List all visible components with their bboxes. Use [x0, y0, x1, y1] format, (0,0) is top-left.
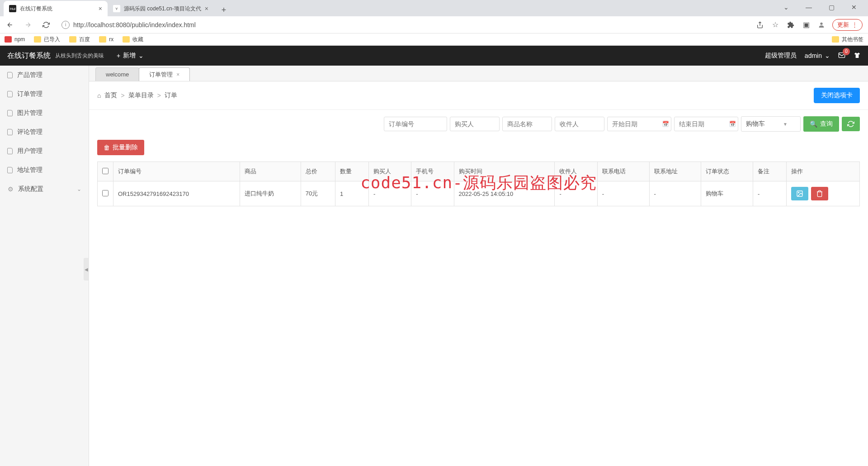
breadcrumb-home[interactable]: 首页 [104, 91, 117, 100]
bookmark-label: 百度 [79, 36, 90, 43]
refresh-button[interactable] [842, 117, 860, 131]
app-slogan: 从枝头到舌尖的美味 [55, 52, 104, 60]
browser-tab-2[interactable]: Y 源码乐园 code51.cn-项目论文代 × [108, 1, 214, 16]
col-contact-addr: 联系地址 [649, 162, 701, 181]
sidebar-item-config[interactable]: ⚙系统配置⌄ [0, 180, 89, 199]
npm-icon [5, 36, 12, 43]
col-action: 操作 [786, 162, 859, 181]
cell-action [786, 181, 859, 206]
bookmark-label: 已导入 [44, 36, 60, 43]
star-icon[interactable]: ☆ [771, 20, 780, 29]
home-icon: ⌂ [97, 92, 101, 99]
chevron-down-icon: ⌄ [138, 52, 144, 59]
theme-button[interactable] [854, 52, 861, 60]
tab-title: 源码乐园 code51.cn-项目论文代 [124, 5, 201, 13]
back-button[interactable] [4, 19, 16, 31]
add-button[interactable]: + 新增 ⌄ [117, 52, 144, 60]
bookmark-rx[interactable]: rx [99, 36, 113, 43]
tab-label: welcome [106, 71, 129, 78]
panel-icon[interactable]: ▣ [802, 20, 811, 29]
extension-icon[interactable] [786, 20, 795, 29]
info-icon[interactable]: i [61, 21, 70, 29]
maximize-icon[interactable]: ▢ [824, 4, 839, 11]
col-qty: 数量 [335, 162, 369, 181]
select-value: 购物车 [746, 120, 765, 127]
calendar-icon[interactable]: 📅 [729, 121, 736, 127]
batch-delete-button[interactable]: 🗑批量删除 [97, 140, 144, 155]
row-checkbox[interactable] [102, 190, 108, 196]
add-label: 新增 [123, 52, 136, 60]
query-button[interactable]: 🔍查询 [803, 116, 839, 132]
reload-button[interactable] [40, 19, 52, 31]
close-icon[interactable]: × [99, 5, 102, 12]
tab-welcome[interactable]: welcome [95, 67, 139, 81]
bookmark-fav[interactable]: 收藏 [123, 36, 143, 43]
bookmark-npm[interactable]: npm [5, 36, 25, 43]
more-icon: ⋮ [852, 21, 858, 28]
cell-buyer: - [368, 181, 411, 206]
status-select[interactable]: 购物车▼ [741, 116, 801, 132]
col-product: 商品 [240, 162, 301, 181]
sidebar-label: 系统配置 [18, 185, 43, 193]
favicon-y-icon: Y [113, 5, 120, 12]
file-icon [7, 167, 13, 173]
batch-action-row: 🗑批量删除 [89, 138, 868, 162]
sidebar-item-address[interactable]: 地址管理 [0, 161, 89, 180]
product-input[interactable] [502, 117, 552, 131]
sidebar-collapse-button[interactable]: ◀ [84, 258, 89, 281]
close-tab-button[interactable]: 关闭选项卡 [814, 88, 860, 103]
gear-icon: ⚙ [7, 186, 14, 192]
url-input[interactable]: i http://localhost:8080/public/index/ind… [58, 21, 750, 29]
sidebar-item-image[interactable]: 图片管理 [0, 104, 89, 123]
breadcrumb-menu[interactable]: 菜单目录 [128, 91, 154, 100]
cell-recipient: - [555, 181, 597, 206]
other-bookmarks[interactable]: 其他书签 [832, 36, 863, 43]
minimize-icon[interactable]: — [801, 4, 816, 11]
file-icon [7, 91, 13, 97]
folder-icon [832, 36, 839, 43]
tab-order[interactable]: 订单管理× [139, 67, 190, 81]
bookmark-imported[interactable]: 已导入 [34, 36, 60, 43]
table-row: OR1529342791692423170 进口纯牛奶 70元 1 - - 20… [98, 181, 860, 206]
sidebar: 产品管理 订单管理 图片管理 评论管理 用户管理 地址管理 ⚙系统配置⌄ ◀ [0, 66, 89, 466]
window-controls: ⌄ — ▢ ✕ [778, 4, 868, 16]
cell-time: 2022-05-25 14:05:10 [454, 181, 555, 206]
profile-icon[interactable] [817, 20, 826, 29]
browser-chrome: Hui 在线订餐系统 × Y 源码乐园 code51.cn-项目论文代 × + … [0, 0, 868, 46]
col-time: 购买时间 [454, 162, 555, 181]
url-text: http://localhost:8080/public/index/index… [73, 21, 196, 29]
user-role: 超级管理员 [765, 52, 797, 60]
folder-icon [123, 36, 130, 43]
col-total: 总价 [301, 162, 335, 181]
view-button[interactable] [791, 187, 808, 200]
chevron-down-icon[interactable]: ⌄ [778, 4, 794, 11]
address-bar: i http://localhost:8080/public/index/ind… [0, 16, 868, 33]
chevron-down-icon: ⌄ [77, 186, 81, 192]
bookmarks-bar: npm 已导入 百度 rx 收藏 其他书签 [0, 33, 868, 46]
sidebar-item-comment[interactable]: 评论管理 [0, 123, 89, 142]
col-phone: 手机号 [411, 162, 454, 181]
calendar-icon[interactable]: 📅 [662, 121, 669, 127]
close-icon[interactable]: × [176, 71, 179, 78]
mail-count-badge: 0 [843, 48, 850, 55]
cell-contact-addr: - [649, 181, 701, 206]
share-icon[interactable] [755, 20, 764, 29]
bookmark-baidu[interactable]: 百度 [69, 36, 90, 43]
close-icon[interactable]: × [205, 5, 208, 12]
recipient-input[interactable] [555, 117, 604, 131]
sidebar-item-product[interactable]: 产品管理 [0, 66, 89, 85]
window-close-icon[interactable]: ✕ [846, 4, 862, 11]
content-panel: ⌂ 首页 > 菜单目录 > 订单 关闭选项卡 📅 📅 购物车▼ 🔍查询 [89, 81, 868, 466]
update-button[interactable]: 更新 ⋮ [832, 19, 863, 31]
mail-button[interactable]: 0 [838, 52, 845, 60]
select-all-checkbox[interactable] [102, 168, 108, 174]
order-no-input[interactable] [384, 117, 447, 131]
sidebar-item-order[interactable]: 订单管理 [0, 85, 89, 104]
forward-button [22, 19, 34, 31]
buyer-input[interactable] [450, 117, 500, 131]
delete-button[interactable] [811, 187, 828, 200]
new-tab-button[interactable]: + [217, 4, 230, 16]
user-menu[interactable]: admin ⌄ [805, 52, 830, 59]
sidebar-item-user[interactable]: 用户管理 [0, 142, 89, 161]
browser-tab-1[interactable]: Hui 在线订餐系统 × [4, 1, 108, 16]
